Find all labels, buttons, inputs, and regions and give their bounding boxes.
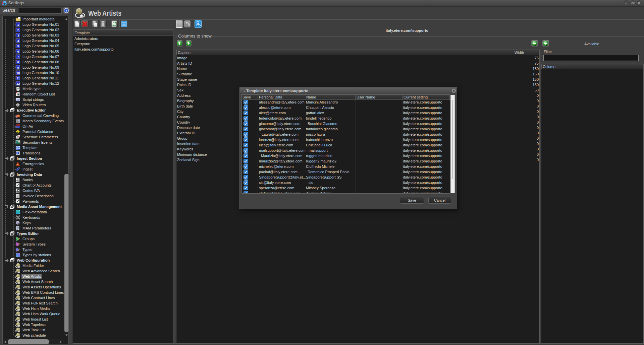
svg-text:*: * [16,49,17,51]
svg-text:*: * [16,22,17,24]
svg-text:10: 10 [16,98,19,101]
svg-text:7: 7 [17,55,19,59]
svg-text:T: T [17,152,18,154]
svg-text:*: * [16,44,17,46]
svg-text:*: * [16,76,17,78]
svg-text:*: * [16,54,17,57]
svg-text:?: ? [65,9,67,12]
svg-text:5: 5 [17,45,19,48]
svg-text:FLEXI: FLEXI [16,210,20,212]
svg-text:XMTR: XMTR [16,124,20,126]
svg-text:1: 1 [17,23,19,26]
svg-text:*: * [16,60,17,62]
svg-text:8: 8 [17,61,19,64]
svg-text:11: 11 [16,77,20,80]
svg-text:*: * [16,33,17,35]
svg-text:2: 2 [17,28,19,32]
svg-text:4: 4 [17,39,19,43]
svg-text:9: 9 [17,66,19,69]
svg-text:3: 3 [17,34,19,37]
svg-text:*: * [16,27,17,30]
svg-text:*: * [16,81,17,83]
svg-text:A: A [17,92,19,96]
svg-text:12: 12 [16,82,20,85]
svg-text:*: * [16,65,17,67]
svg-text:6: 6 [17,50,19,53]
svg-text:*: * [16,38,17,41]
svg-text:10: 10 [16,71,20,75]
svg-text:*: * [16,70,17,73]
